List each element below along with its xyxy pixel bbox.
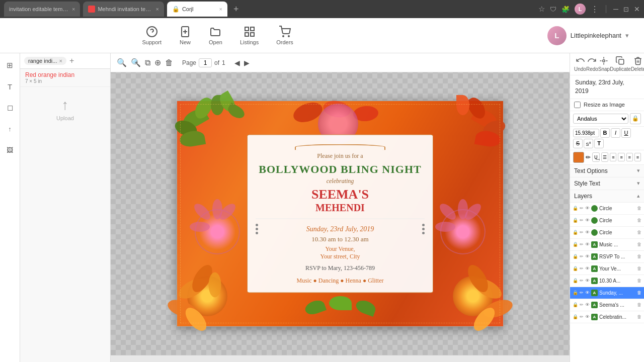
align-right-button[interactable]: ≡	[626, 153, 633, 161]
layer-item-sunday[interactable]: 🔒 ✏ 👁 A Sunday, ... 🗑	[570, 287, 644, 299]
delete-page-button[interactable]: 🗑	[165, 58, 173, 67]
layer-item-circle1[interactable]: 🔒 ✏ 👁 Circle 🗑	[570, 203, 644, 215]
layer-vis-icon-9[interactable]: 👁	[585, 302, 590, 307]
new-button[interactable]: New	[179, 26, 191, 45]
ext-icon-1[interactable]: 🛡	[550, 6, 556, 13]
sidebar-icon-shapes[interactable]: ◻	[3, 101, 17, 115]
upload-area[interactable]: ↑ Upload	[20, 87, 110, 131]
invitation-canvas[interactable]: Please join us for a BOLLYWOOD BLING NIG…	[177, 101, 504, 327]
layer-edit-icon[interactable]: ✏	[580, 206, 584, 211]
layer-item-venue[interactable]: 🔒 ✏ 👁 A Your Ve... 🗑	[570, 263, 644, 275]
layer-delete-icon-5[interactable]: 🗑	[637, 254, 641, 259]
layer-delete-icon-4[interactable]: 🗑	[637, 242, 641, 247]
delete-button[interactable]: Delete	[631, 56, 644, 72]
layer-vis-icon-4[interactable]: 👁	[585, 242, 590, 247]
close-button[interactable]: ✕	[634, 5, 640, 13]
layer-vis-icon-5[interactable]: 👁	[585, 254, 590, 259]
justify-button[interactable]: ≡	[634, 153, 641, 161]
prev-page-button[interactable]: ◀	[234, 59, 240, 67]
layer-edit-icon-10[interactable]: ✏	[580, 314, 584, 319]
redo-button[interactable]: Redo	[586, 56, 598, 72]
snap-button[interactable]: Snap	[598, 56, 610, 72]
layer-edit-icon-4[interactable]: ✏	[580, 242, 584, 247]
layer-item-circle3[interactable]: 🔒 ✏ 👁 Circle 🗑	[570, 227, 644, 239]
align-left-button[interactable]: ≡	[610, 153, 616, 161]
page-number-input[interactable]	[199, 58, 212, 67]
layer-item-time[interactable]: 🔒 ✏ 👁 A 10.30 A... 🗑	[570, 275, 644, 287]
underline-button[interactable]: U	[621, 128, 631, 138]
layer-edit-icon-9[interactable]: ✏	[580, 302, 584, 307]
layer-vis-icon-2[interactable]: 👁	[585, 218, 590, 223]
font-lock-button[interactable]: 🔒	[630, 113, 641, 124]
layer-delete-icon-6[interactable]: 🗑	[637, 266, 641, 271]
font-select[interactable]: Andalus	[573, 114, 628, 124]
eyedropper-button[interactable]: ✏	[586, 154, 591, 161]
layer-item-circle2[interactable]: 🔒 ✏ 👁 Circle 🗑	[570, 215, 644, 227]
layer-delete-icon-8[interactable]: 🗑	[637, 290, 641, 295]
browser-menu[interactable]: ⋮	[591, 5, 599, 14]
strikethrough-button[interactable]: S	[573, 139, 583, 148]
layers-header[interactable]: Layers ▴	[570, 190, 644, 203]
tab-3[interactable]: 🔒 Corjl ×	[167, 2, 227, 17]
horizontal-scrollbar[interactable]	[111, 355, 570, 362]
user-menu[interactable]: L	[575, 4, 586, 15]
underline-style-button[interactable]: U͟	[592, 152, 600, 162]
undo-button[interactable]: Undo	[574, 56, 586, 72]
restore-button[interactable]: ⊡	[623, 6, 629, 13]
next-page-button[interactable]: ▶	[244, 59, 250, 67]
layer-vis-icon-7[interactable]: 👁	[585, 278, 590, 283]
add-page-button[interactable]: ⊕	[154, 58, 161, 67]
color-swatch[interactable]	[573, 152, 584, 163]
bold-button[interactable]: B	[600, 128, 610, 138]
layer-delete-icon-2[interactable]: 🗑	[637, 218, 641, 223]
layer-delete-icon-7[interactable]: 🗑	[637, 278, 641, 283]
layer-delete-icon-9[interactable]: 🗑	[637, 302, 641, 307]
layer-item-music[interactable]: 🔒 ✏ 👁 A Music ... 🗑	[570, 239, 644, 251]
layer-edit-icon-3[interactable]: ✏	[580, 230, 584, 235]
style-text-section[interactable]: Style Text ▾	[570, 177, 644, 190]
canvas-tab[interactable]: range indi... ×	[24, 57, 66, 65]
sidebar-icon-upload[interactable]: ↑	[3, 122, 17, 136]
listings-button[interactable]: Listings	[240, 26, 259, 45]
layer-delete-icon-3[interactable]: 🗑	[637, 230, 641, 235]
star-icon[interactable]: ☆	[538, 5, 545, 14]
layer-delete-icon[interactable]: 🗑	[637, 206, 641, 211]
layer-vis-icon-8[interactable]: 👁	[585, 290, 590, 295]
layer-edit-icon-5[interactable]: ✏	[580, 254, 584, 259]
duplicate-button[interactable]: Duplicate	[610, 56, 631, 72]
superscript-button[interactable]: Sx	[584, 139, 593, 148]
italic-button[interactable]: I	[611, 128, 620, 138]
tab-3-close[interactable]: ×	[219, 6, 222, 12]
layer-delete-icon-10[interactable]: 🗑	[637, 314, 641, 319]
user-dropdown-icon[interactable]: ▾	[625, 32, 629, 39]
layer-vis-icon-3[interactable]: 👁	[585, 230, 590, 235]
minimize-button[interactable]: ─	[613, 5, 618, 13]
layer-edit-icon-8[interactable]: ✏	[580, 290, 584, 295]
align-center-button[interactable]: ≡	[618, 153, 624, 161]
layer-item-seema[interactable]: 🔒 ✏ 👁 A Seema's ... 🗑	[570, 299, 644, 311]
layer-edit-icon-7[interactable]: ✏	[580, 278, 584, 283]
list-button[interactable]: ☰	[601, 152, 609, 162]
zoom-out-button[interactable]: 🔍	[117, 58, 127, 67]
layer-item-celebrating[interactable]: 🔒 ✏ 👁 A Celebratin... 🗑	[570, 311, 644, 323]
orders-button[interactable]: Orders	[276, 26, 293, 45]
tab-2-close[interactable]: ×	[155, 6, 158, 12]
text-options-section[interactable]: Text Options ▾	[570, 165, 644, 177]
layer-edit-icon-6[interactable]: ✏	[580, 266, 584, 271]
open-button[interactable]: Open	[209, 26, 222, 45]
copy-button[interactable]: ⧉	[145, 58, 150, 67]
sidebar-icon-layers[interactable]: ⊞	[3, 58, 17, 72]
layer-vis-icon-10[interactable]: 👁	[585, 314, 590, 319]
layer-edit-icon-2[interactable]: ✏	[580, 218, 584, 223]
font-size-input[interactable]	[573, 129, 599, 137]
canvas-tab-close[interactable]: ×	[59, 58, 62, 64]
layer-vis-icon-6[interactable]: 👁	[585, 266, 590, 271]
new-tab-button[interactable]: +	[230, 4, 242, 15]
support-button[interactable]: Support	[142, 26, 162, 45]
tab-2[interactable]: Mehndi invitation template-cor... ×	[83, 2, 164, 17]
tab-1-close[interactable]: ×	[72, 6, 75, 12]
ext-icon-2[interactable]: 🧩	[561, 6, 570, 13]
layer-vis-icon[interactable]: 👁	[585, 206, 590, 211]
sidebar-icon-images[interactable]: 🖼	[3, 143, 17, 157]
tab-1[interactable]: invitation editable templ... ×	[4, 2, 80, 17]
